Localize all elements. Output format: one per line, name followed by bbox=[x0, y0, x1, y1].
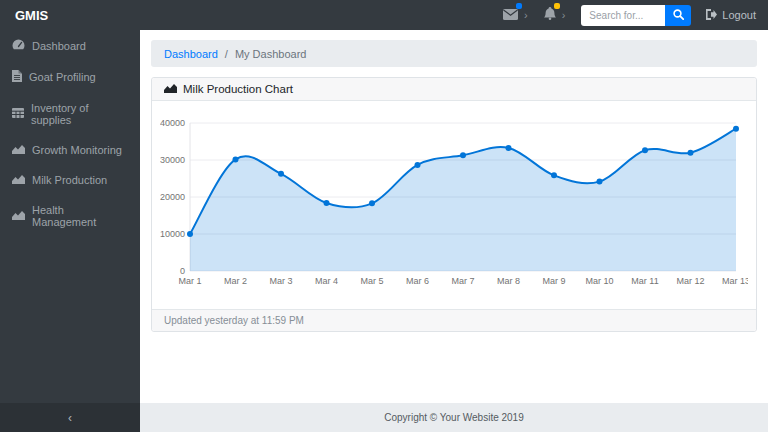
svg-text:Mar 3: Mar 3 bbox=[269, 276, 292, 286]
chart-area-icon bbox=[12, 174, 25, 186]
sidebar-collapse-toggle[interactable]: ‹ bbox=[0, 403, 140, 432]
file-icon bbox=[12, 70, 22, 84]
sidebar-item-label: Goat Profiling bbox=[29, 71, 96, 83]
navbar-search bbox=[581, 5, 691, 26]
brand-logo[interactable]: GMIS bbox=[0, 8, 140, 23]
alerts-badge bbox=[554, 3, 560, 9]
chevron-right-icon: › bbox=[562, 10, 566, 21]
svg-text:Mar 12: Mar 12 bbox=[676, 276, 704, 286]
table-icon bbox=[12, 108, 24, 120]
sidebar-item-label: Milk Production bbox=[32, 174, 107, 186]
messages-dropdown[interactable]: › bbox=[503, 6, 528, 24]
sidebar-item-label: Health Management bbox=[32, 204, 128, 228]
breadcrumb-separator: / bbox=[225, 48, 228, 60]
sidebar-item-label: Dashboard bbox=[32, 40, 86, 52]
logout-label: Logout bbox=[722, 9, 756, 21]
card-title: Milk Production Chart bbox=[183, 83, 293, 95]
svg-text:30000: 30000 bbox=[160, 155, 185, 165]
card-body: 010000200003000040000Mar 1Mar 2Mar 3Mar … bbox=[152, 101, 756, 309]
main-content: Dashboard / My Dashboard Milk Production… bbox=[140, 30, 768, 403]
svg-text:Mar 2: Mar 2 bbox=[224, 276, 247, 286]
top-navbar: GMIS › › bbox=[0, 0, 768, 30]
sidebar-item-goat-profiling[interactable]: Goat Profiling bbox=[0, 61, 140, 93]
svg-text:Mar 13: Mar 13 bbox=[722, 276, 748, 286]
svg-text:Mar 5: Mar 5 bbox=[360, 276, 383, 286]
logout-button[interactable]: Logout bbox=[705, 9, 756, 22]
app-window: GMIS › › bbox=[0, 0, 768, 432]
svg-text:0: 0 bbox=[180, 266, 185, 276]
copyright-text: Copyright © Your Website 2019 bbox=[384, 412, 524, 423]
svg-text:Mar 11: Mar 11 bbox=[631, 276, 658, 286]
svg-text:Mar 8: Mar 8 bbox=[497, 276, 520, 286]
page-footer: Copyright © Your Website 2019 bbox=[140, 403, 768, 432]
sidebar: Dashboard Goat Profiling Inventory of su… bbox=[0, 30, 140, 432]
svg-text:Mar 9: Mar 9 bbox=[542, 276, 565, 286]
envelope-icon bbox=[503, 6, 518, 24]
tachometer-icon bbox=[12, 39, 25, 52]
chart-area-icon bbox=[12, 144, 25, 156]
svg-text:20000: 20000 bbox=[160, 192, 185, 202]
svg-text:Mar 1: Mar 1 bbox=[178, 276, 201, 286]
sign-out-icon bbox=[705, 9, 717, 22]
card-updated-text: Updated yesterday at 11:59 PM bbox=[164, 315, 304, 326]
milk-production-card: Milk Production Chart 010000200003000040… bbox=[151, 77, 757, 332]
card-header: Milk Production Chart bbox=[152, 78, 756, 101]
svg-text:10000: 10000 bbox=[160, 229, 185, 239]
search-icon bbox=[673, 8, 684, 23]
sidebar-item-health-management[interactable]: Health Management bbox=[0, 195, 140, 237]
messages-badge bbox=[516, 3, 522, 9]
svg-text:Mar 10: Mar 10 bbox=[585, 276, 613, 286]
sidebar-item-growth-monitoring[interactable]: Growth Monitoring bbox=[0, 135, 140, 165]
chart-area-icon bbox=[12, 210, 25, 222]
sidebar-item-dashboard[interactable]: Dashboard bbox=[0, 30, 140, 61]
search-input[interactable] bbox=[581, 5, 665, 26]
sidebar-item-label: Growth Monitoring bbox=[32, 144, 122, 156]
sidebar-item-label: Inventory of supplies bbox=[31, 102, 128, 126]
sidebar-item-milk-production[interactable]: Milk Production bbox=[0, 165, 140, 195]
chevron-left-icon: ‹ bbox=[68, 411, 72, 425]
milk-production-area-chart: 010000200003000040000Mar 1Mar 2Mar 3Mar … bbox=[160, 107, 748, 303]
navbar-right: › › Logo bbox=[503, 5, 768, 26]
svg-text:Mar 7: Mar 7 bbox=[451, 276, 474, 286]
breadcrumb-link-dashboard[interactable]: Dashboard bbox=[164, 48, 218, 60]
breadcrumb: Dashboard / My Dashboard bbox=[151, 40, 757, 67]
svg-text:Mar 6: Mar 6 bbox=[406, 276, 429, 286]
svg-text:40000: 40000 bbox=[160, 118, 185, 128]
breadcrumb-current: My Dashboard bbox=[235, 48, 307, 60]
alerts-dropdown[interactable]: › bbox=[544, 6, 566, 24]
svg-text:Mar 4: Mar 4 bbox=[315, 276, 338, 286]
chevron-right-icon: › bbox=[524, 10, 528, 21]
bell-icon bbox=[544, 6, 556, 24]
card-footer: Updated yesterday at 11:59 PM bbox=[152, 309, 756, 331]
chart-area-icon bbox=[164, 83, 177, 95]
search-button[interactable] bbox=[665, 5, 691, 26]
sidebar-item-inventory[interactable]: Inventory of supplies bbox=[0, 93, 140, 135]
